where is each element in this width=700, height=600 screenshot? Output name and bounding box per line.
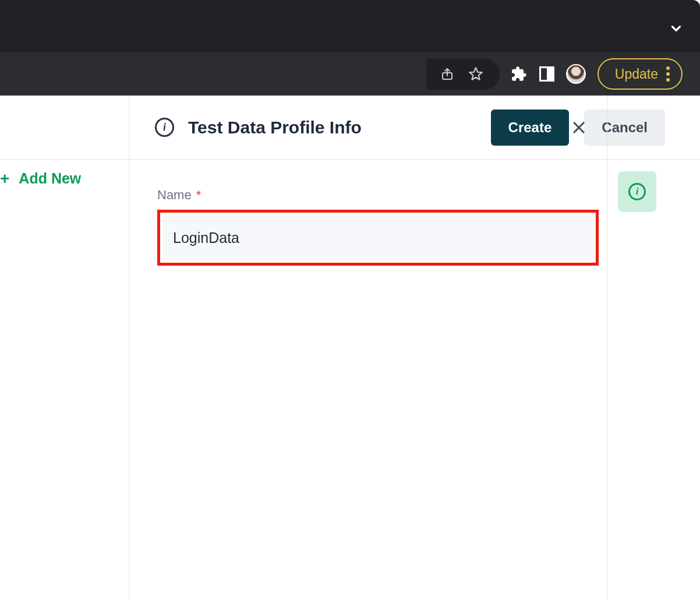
side-panel-icon[interactable] — [539, 66, 554, 82]
name-input-highlight — [157, 210, 599, 266]
svg-marker-1 — [469, 68, 482, 80]
chevron-down-icon[interactable] — [669, 21, 684, 36]
add-new-button[interactable]: + Add New — [0, 170, 81, 187]
browser-toolbar: Update — [0, 52, 700, 96]
name-field-label: Name * — [157, 188, 581, 203]
plus-icon: + — [0, 171, 9, 187]
extensions-icon[interactable] — [511, 66, 528, 82]
update-label: Update — [615, 66, 658, 82]
app-content: Create Cancel + Add New i Test Data Prof… — [0, 96, 700, 600]
close-icon[interactable] — [571, 119, 587, 136]
required-star: * — [196, 188, 201, 203]
panel-body: Name * — [129, 160, 607, 266]
profile-info-panel: i Test Data Profile Info Name * — [129, 96, 607, 600]
panel-title: Test Data Profile Info — [188, 118, 362, 137]
avatar[interactable] — [566, 64, 586, 84]
info-icon: i — [155, 118, 174, 137]
info-icon: i — [628, 183, 646, 200]
update-button[interactable]: Update — [598, 58, 683, 90]
name-input[interactable] — [162, 215, 593, 260]
more-icon[interactable] — [666, 66, 670, 82]
add-new-label: Add New — [19, 170, 81, 187]
info-side-button[interactable]: i — [618, 171, 656, 212]
share-icon[interactable] — [440, 66, 454, 82]
browser-tab-strip — [0, 0, 700, 52]
star-icon[interactable] — [468, 66, 483, 82]
address-bar-actions — [426, 58, 500, 90]
panel-header: i Test Data Profile Info — [129, 96, 607, 160]
